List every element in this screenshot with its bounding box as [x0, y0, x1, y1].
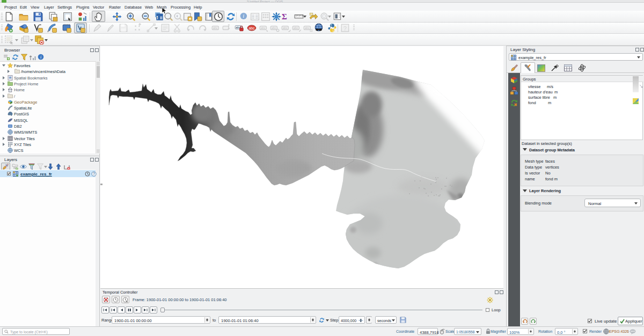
svg-text:i: i: [243, 13, 244, 19]
svg-text:?: ?: [343, 25, 347, 32]
svg-text:abc: abc: [272, 26, 276, 30]
svg-text:abc: abc: [249, 26, 255, 30]
svg-text:abc: abc: [283, 26, 288, 30]
svg-text:abc: abc: [261, 26, 266, 30]
svg-text:abc: abc: [213, 26, 218, 30]
svg-text:i: i: [40, 55, 41, 60]
svg-text:abc: abc: [294, 26, 298, 30]
svg-text:abc: abc: [305, 26, 310, 30]
svg-text:?: ?: [93, 172, 95, 176]
